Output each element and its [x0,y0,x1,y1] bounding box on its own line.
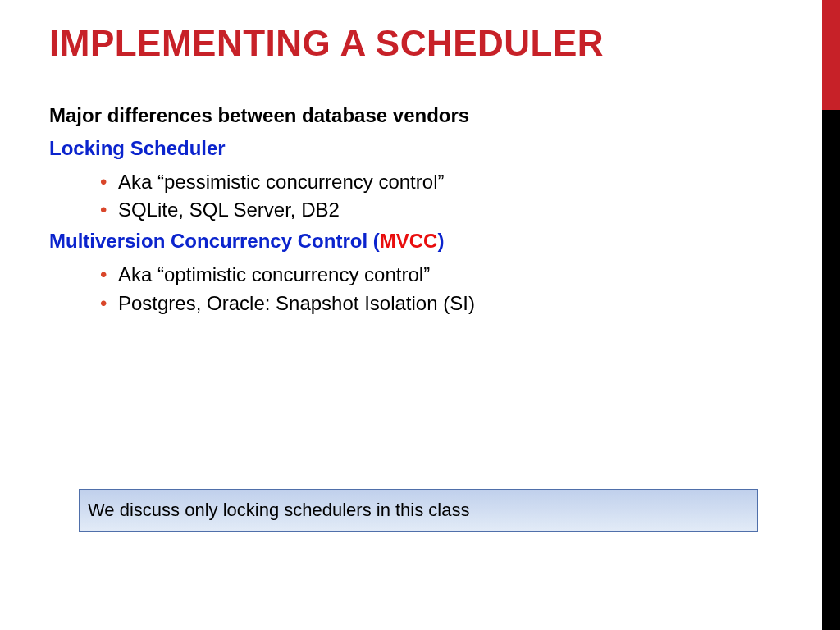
side-bar-red [822,0,840,110]
list-item: SQLite, SQL Server, DB2 [100,196,791,225]
slide-subheading: Major differences between database vendo… [49,104,791,127]
callout-box: We discuss only locking schedulers in th… [79,489,758,532]
slide-content: IMPLEMENTING A SCHEDULER Major differenc… [49,23,791,323]
section-heading-text: Multiversion Concurrency Control ( [49,230,380,252]
section-heading-locking: Locking Scheduler [49,137,791,160]
bullet-list-locking: Aka “pessimistic concurrency control” SQ… [100,168,791,226]
section-heading-suffix: ) [437,230,444,252]
slide-title: IMPLEMENTING A SCHEDULER [49,23,791,65]
bullet-list-mvcc: Aka “optimistic concurrency control” Pos… [100,261,791,318]
section-heading-text: Locking Scheduler [49,137,226,159]
decorative-side-bar [822,0,840,630]
list-item: Aka “pessimistic concurrency control” [100,168,791,197]
list-item: Aka “optimistic concurrency control” [100,261,791,290]
list-item: Postgres, Oracle: Snapshot Isolation (SI… [100,290,791,318]
side-bar-black [822,110,840,630]
section-heading-mvcc: Multiversion Concurrency Control (MVCC) [49,230,791,253]
callout-text: We discuss only locking schedulers in th… [88,500,469,521]
section-heading-highlight: MVCC [380,230,438,252]
